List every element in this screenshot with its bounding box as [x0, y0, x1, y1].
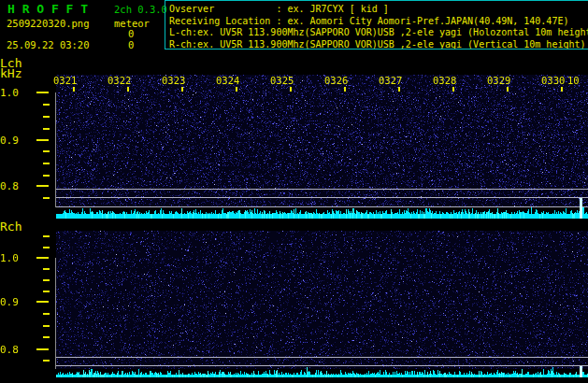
meteor-count-1: 0	[128, 29, 134, 39]
time-tick	[452, 87, 454, 92]
time-label-0327: 0327	[379, 76, 402, 85]
time-tick	[290, 87, 292, 92]
rch-freq-minor-tick	[43, 336, 50, 338]
lch-freq-major-tick	[36, 185, 49, 187]
time-label-0328: 0328	[433, 76, 456, 85]
lch-freq-minor-tick	[43, 104, 50, 106]
lch-freq-label-0.9: 0.9	[0, 135, 19, 146]
lch-spectrogram-canvas	[56, 75, 588, 207]
lch-freq-minor-tick	[43, 128, 50, 130]
lch-freq-minor-tick	[43, 175, 50, 177]
time-label-0324: 0324	[216, 76, 239, 85]
rch-calibration-line	[56, 357, 588, 358]
lch-trace-canvas	[56, 196, 588, 219]
lch-freq-major-tick	[36, 92, 49, 93]
rch-freq-label-0.9: 0.9	[0, 297, 19, 307]
lch-axis-line	[55, 92, 56, 207]
rch-channel-label: Rch	[0, 221, 22, 233]
hrofft-screen: H R O F F T 2ch 0.3.0 2509220320.png met…	[0, 0, 588, 383]
filename-label: 2509220320.png	[7, 19, 90, 29]
rch-freq-major-tick	[36, 301, 49, 303]
rch-freq-major-tick	[36, 257, 49, 259]
rch-spectrogram-canvas	[56, 231, 588, 369]
lch-freq-minor-tick	[43, 116, 50, 118]
lch-freq-minor-tick	[43, 163, 50, 164]
rch-freq-label-0.8: 0.8	[0, 345, 19, 355]
lch-unit-label: kHz	[0, 68, 22, 79]
time-label-0329: 0329	[487, 76, 510, 85]
rch-freq-minor-tick	[43, 279, 50, 281]
time-tick	[561, 87, 563, 92]
meteor-count-2: 0	[128, 40, 134, 50]
time-label-0323: 0323	[162, 76, 185, 85]
time-tick	[73, 87, 75, 92]
version-label: 2ch 0.3.0	[114, 5, 167, 15]
lch-calibration-line	[56, 189, 588, 190]
time-tick	[398, 87, 400, 92]
lch-freq-label-0.8: 0.8	[0, 181, 19, 192]
rch-freq-minor-tick	[43, 313, 50, 315]
rch-freq-minor-tick	[43, 360, 50, 362]
rch-freq-minor-tick	[43, 268, 50, 270]
rch-freq-minor-tick	[43, 325, 50, 327]
time-label-0322: 0322	[108, 76, 131, 85]
info-line-1: Ovserver : ex. JR7CYX [ kid ]	[169, 4, 588, 16]
rch-freq-major-tick	[36, 348, 49, 350]
info-line-3: L-ch:ex. UV5R 113.900Mhz(SAPPORO VOR)USB…	[169, 27, 588, 39]
time-tick	[344, 87, 346, 92]
time-label-0330: 0330	[541, 76, 565, 85]
time-tick	[236, 87, 237, 92]
rch-trace-canvas	[56, 359, 588, 377]
rch-freq-label-1.0: 1.0	[0, 253, 19, 263]
app-title: H R O F F T	[7, 4, 88, 15]
rch-freq-minor-tick	[43, 235, 50, 237]
rch-axis-line	[55, 258, 56, 369]
info-box: Ovserver : ex. JR7CYX [ kid ]Receiving L…	[165, 0, 588, 50]
lch-freq-major-tick	[36, 139, 49, 141]
time-tick	[127, 87, 129, 92]
time-label-0325: 0325	[270, 76, 294, 85]
time-tick	[181, 87, 183, 92]
rch-freq-minor-tick	[43, 291, 50, 292]
lch-freq-label-1.0: 1.0	[0, 88, 19, 98]
time-label-0321: 0321	[53, 76, 77, 85]
time-label-clipped: 10	[567, 76, 580, 85]
time-label-0326: 0326	[324, 76, 348, 85]
time-tick	[507, 87, 509, 92]
lch-freq-minor-tick	[43, 150, 50, 152]
info-line-2: Receiving Location : ex. Aomori City Aom…	[169, 16, 588, 28]
rch-freq-minor-tick	[43, 247, 50, 248]
info-line-4: R-ch:ex. UV5R 113.900Mhz(SAPPORO VOR)USB…	[169, 39, 588, 50]
datetime-label: 25.09.22 03:20	[7, 40, 90, 50]
lch-freq-minor-tick	[43, 197, 50, 199]
